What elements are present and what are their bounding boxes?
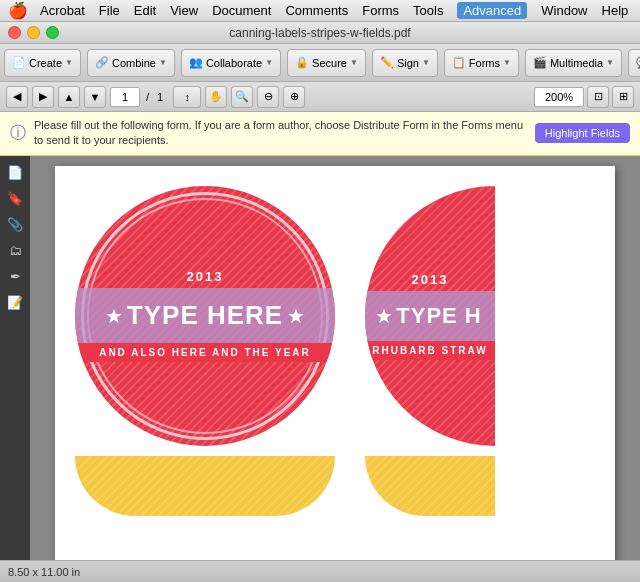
forms-icon: 📋 — [452, 56, 466, 69]
toolbar-group-forms: 📋 Forms ▼ — [444, 49, 519, 77]
sign-icon: ✏️ — [380, 56, 394, 69]
toolbar: 📄 Create ▼ 🔗 Combine ▼ 👥 Collaborate ▼ 🔒… — [0, 44, 640, 82]
bottom-circle-1 — [75, 456, 335, 516]
multimedia-label: Multimedia — [550, 57, 603, 69]
fit-width-button[interactable]: ⊞ — [612, 86, 634, 108]
toolbar-group-secure: 🔒 Secure ▼ — [287, 49, 366, 77]
main-area: 📄 🔖 📎 🗂 ✒ 📝 2013 ★ TYPE HERE ★ — [0, 156, 640, 564]
page-size-info: 8.50 x 11.00 in — [8, 566, 80, 578]
toolbar-group-multimedia: 🎬 Multimedia ▼ — [525, 49, 622, 77]
comment-icon: 💬 — [636, 56, 640, 69]
sidebar-signature-icon[interactable]: ✒ — [4, 266, 26, 288]
window-title: canning-labels-stripes-w-fields.pdf — [229, 26, 410, 40]
label-content-1: 2013 ★ TYPE HERE ★ AND ALSO HERE AND THE… — [75, 269, 335, 362]
window-controls — [8, 26, 59, 39]
label-year-2[interactable]: 2013 — [412, 272, 449, 287]
collaborate-dropdown-icon: ▼ — [265, 58, 273, 67]
combine-label: Combine — [112, 57, 156, 69]
menu-advanced[interactable]: Advanced — [457, 2, 527, 19]
nav-hand-tool[interactable]: ✋ — [205, 86, 227, 108]
collaborate-button[interactable]: 👥 Collaborate ▼ — [181, 49, 281, 77]
nav-zoom-out-circle[interactable]: ⊖ — [257, 86, 279, 108]
menu-document[interactable]: Document — [212, 3, 271, 18]
menu-view[interactable]: View — [170, 3, 198, 18]
toolbar-group-combine: 🔗 Combine ▼ — [87, 49, 175, 77]
menu-window[interactable]: Window — [541, 3, 587, 18]
menu-file[interactable]: File — [99, 3, 120, 18]
form-notice: ⓘ Please fill out the following form. If… — [0, 112, 640, 156]
label-subtitle-2[interactable]: RHUBARB STRAW — [365, 341, 495, 360]
pdf-canvas: 2013 ★ TYPE HERE ★ AND ALSO HERE AND THE… — [30, 156, 640, 564]
label-star-right-1: ★ — [287, 304, 305, 328]
nav-next-page-button[interactable]: ▼ — [84, 86, 106, 108]
combine-dropdown-icon: ▼ — [159, 58, 167, 67]
pdf-page: 2013 ★ TYPE HERE ★ AND ALSO HERE AND THE… — [55, 166, 615, 564]
create-label: Create — [29, 57, 62, 69]
nav-prev-page-button[interactable]: ▲ — [58, 86, 80, 108]
zoom-input[interactable] — [534, 87, 584, 107]
nav-forward-button[interactable]: ▶ — [32, 86, 54, 108]
label-banner-1: ★ TYPE HERE ★ — [75, 288, 335, 343]
bottom-circle-2-partial — [365, 456, 495, 516]
forms-button[interactable]: 📋 Forms ▼ — [444, 49, 519, 77]
sidebar-attachments-icon[interactable]: 📎 — [4, 214, 26, 236]
combine-button[interactable]: 🔗 Combine ▼ — [87, 49, 175, 77]
highlight-fields-button[interactable]: Highlight Fields — [535, 123, 630, 143]
label-circle-1: 2013 ★ TYPE HERE ★ AND ALSO HERE AND THE… — [75, 186, 335, 446]
secure-icon: 🔒 — [295, 56, 309, 69]
toolbar-group-comment: 💬 Comment ▼ — [628, 49, 640, 77]
multimedia-dropdown-icon: ▼ — [606, 58, 614, 67]
combine-icon: 🔗 — [95, 56, 109, 69]
sign-dropdown-icon: ▼ — [422, 58, 430, 67]
secure-button[interactable]: 🔒 Secure ▼ — [287, 49, 366, 77]
title-bar: canning-labels-stripes-w-fields.pdf — [0, 22, 640, 44]
forms-label: Forms — [469, 57, 500, 69]
label-subtitle-1[interactable]: AND ALSO HERE AND THE YEAR — [75, 343, 335, 362]
label-type-here-2[interactable]: TYPE H — [393, 303, 485, 329]
nav-back-button[interactable]: ◀ — [6, 86, 28, 108]
label-content-2: 2013 ★ TYPE H RHUBARB STRAW — [365, 272, 495, 360]
page-number-input[interactable] — [110, 87, 140, 107]
toolbar-group-collaborate: 👥 Collaborate ▼ — [181, 49, 281, 77]
zoom-group: ⊡ ⊞ — [534, 86, 634, 108]
form-notice-text: Please fill out the following form. If y… — [34, 118, 525, 149]
menu-comments[interactable]: Comments — [285, 3, 348, 18]
sign-button[interactable]: ✏️ Sign ▼ — [372, 49, 438, 77]
label-star-2: ★ — [375, 304, 393, 328]
toolbar-group-create: 📄 Create ▼ — [4, 49, 81, 77]
comment-button[interactable]: 💬 Comment ▼ — [628, 49, 640, 77]
menu-edit[interactable]: Edit — [134, 3, 156, 18]
apple-logo-icon: 🍎 — [8, 1, 28, 20]
secure-dropdown-icon: ▼ — [350, 58, 358, 67]
close-button[interactable] — [8, 26, 21, 39]
menu-bar: 🍎 Acrobat File Edit View Document Commen… — [0, 0, 640, 22]
fit-page-button[interactable]: ⊡ — [587, 86, 609, 108]
create-button[interactable]: 📄 Create ▼ — [4, 49, 81, 77]
label-type-here-1[interactable]: TYPE HERE — [123, 300, 287, 331]
create-dropdown-icon: ▼ — [65, 58, 73, 67]
collaborate-label: Collaborate — [206, 57, 262, 69]
menu-forms[interactable]: Forms — [362, 3, 399, 18]
nav-tool-select[interactable]: ↕ — [173, 86, 201, 108]
minimize-button[interactable] — [27, 26, 40, 39]
sidebar-pages-icon[interactable]: 📄 — [4, 162, 26, 184]
sidebar-fields-icon[interactable]: 📝 — [4, 292, 26, 314]
label-banner-2: ★ TYPE H — [365, 291, 495, 341]
menu-acrobat[interactable]: Acrobat — [40, 3, 85, 18]
sidebar-layers-icon[interactable]: 🗂 — [4, 240, 26, 262]
nav-zoom-tool[interactable]: 🔍 — [231, 86, 253, 108]
left-sidebar: 📄 🔖 📎 🗂 ✒ 📝 — [0, 156, 30, 564]
toolbar-group-sign: ✏️ Sign ▼ — [372, 49, 438, 77]
nav-bar: ◀ ▶ ▲ ▼ / 1 ↕ ✋ 🔍 ⊖ ⊕ ⊡ ⊞ — [0, 82, 640, 112]
status-bar: 8.50 x 11.00 in — [0, 560, 640, 582]
sidebar-bookmarks-icon[interactable]: 🔖 — [4, 188, 26, 210]
label-year-1[interactable]: 2013 — [187, 269, 224, 284]
menu-help[interactable]: Help — [602, 3, 629, 18]
multimedia-icon: 🎬 — [533, 56, 547, 69]
nav-zoom-in-circle[interactable]: ⊕ — [283, 86, 305, 108]
notice-icon: ⓘ — [10, 123, 26, 144]
menu-tools[interactable]: Tools — [413, 3, 443, 18]
page-total: 1 — [157, 91, 163, 103]
multimedia-button[interactable]: 🎬 Multimedia ▼ — [525, 49, 622, 77]
maximize-button[interactable] — [46, 26, 59, 39]
